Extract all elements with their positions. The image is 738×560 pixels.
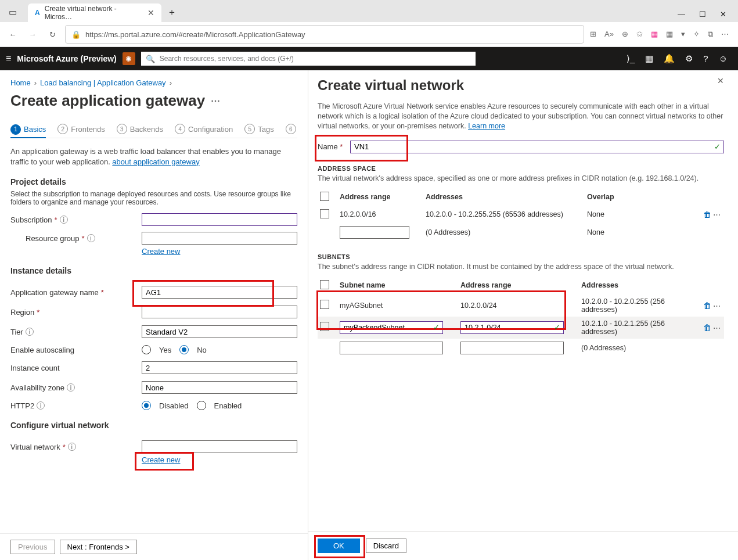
select-all-checkbox[interactable] (320, 280, 329, 289)
new-subnet-range-input[interactable] (460, 342, 564, 354)
step-configuration[interactable]: 4Configuration (175, 124, 233, 134)
window-minimize-icon[interactable]: — (678, 10, 685, 19)
back-button[interactable]: ← (6, 27, 20, 41)
col-subnet-name: Subnet name (337, 277, 458, 295)
cell-subnet-range: 10.2.0.0/24 (458, 295, 579, 317)
step-tags[interactable]: 5Tags (244, 124, 273, 134)
info-icon[interactable]: i (26, 328, 34, 336)
info-icon[interactable]: i (37, 401, 45, 410)
settings-icon[interactable]: ⚙ (685, 53, 693, 64)
step-frontends[interactable]: 2Frontends (57, 124, 105, 134)
info-icon[interactable]: i (68, 443, 76, 451)
extensions-icon[interactable]: ✧ (693, 30, 700, 39)
help-icon[interactable]: ? (703, 53, 708, 64)
row-more-icon[interactable]: ⋯ (713, 324, 722, 332)
info-icon[interactable]: i (87, 234, 95, 242)
step-review[interactable]: 6 (286, 124, 296, 134)
directories-icon[interactable]: ▦ (645, 53, 653, 64)
tier-input[interactable] (142, 325, 297, 338)
row-checkbox[interactable] (320, 300, 329, 309)
subscription-input[interactable] (142, 213, 297, 226)
subnet-range-input[interactable] (460, 321, 564, 334)
cloud-shell-icon[interactable]: ⟩_ (627, 53, 635, 64)
previous-button: Previous (10, 540, 55, 554)
tab-actions-icon[interactable]: ▭ (5, 4, 21, 20)
breadcrumb-home[interactable]: Home (10, 78, 31, 87)
cell-subnet-addresses: (0 Addresses) (579, 339, 690, 357)
browser-tab[interactable]: A Create virtual network - Micros… ✕ (28, 3, 161, 22)
next-button[interactable]: Next : Frontends > (60, 540, 137, 554)
select-all-checkbox[interactable] (320, 192, 329, 201)
url-bar[interactable]: 🔒 https://ms.portal.azure.com/#create/Mi… (65, 25, 584, 44)
step-basics[interactable]: 1Basics (10, 124, 46, 138)
panel-footer: OK Discard (308, 531, 738, 560)
more-actions-icon[interactable]: ⋯ (211, 95, 220, 106)
instance-count-input[interactable] (142, 361, 297, 374)
more-icon[interactable]: ⋯ (721, 30, 729, 39)
subnet-name-input[interactable] (340, 321, 443, 334)
wizard-steps: 1Basics 2Frontends 3Backends 4Configurat… (10, 124, 297, 138)
delete-icon[interactable]: 🗑 (703, 323, 711, 332)
discard-button[interactable]: Discard (366, 539, 406, 553)
new-range-input[interactable] (340, 226, 409, 239)
zoom-icon[interactable]: ⊕ (622, 30, 628, 39)
azure-a-icon: A (35, 9, 40, 17)
ext3-icon[interactable]: ▾ (681, 30, 685, 39)
panel-close-icon[interactable]: ✕ (717, 76, 724, 85)
app-gw-name-input[interactable] (142, 286, 297, 299)
http2-enabled-radio[interactable] (197, 401, 206, 410)
vnet-input[interactable] (142, 440, 297, 453)
delete-icon[interactable]: 🗑 (703, 210, 711, 219)
about-link[interactable]: about application gateway (112, 157, 199, 166)
row-more-icon[interactable]: ⋯ (713, 302, 722, 310)
panel-description: The Microsoft Azure Virtual Network serv… (318, 102, 724, 131)
preview-badge-icon[interactable]: ✺ (123, 52, 135, 65)
azure-search[interactable]: 🔍 (141, 52, 476, 66)
row-checkbox[interactable] (320, 209, 329, 218)
page-title-text: Create application gateway (10, 92, 205, 110)
ext2-icon[interactable]: ▦ (666, 30, 673, 39)
info-icon[interactable]: i (67, 383, 75, 392)
vnet-label: Virtual network * i (10, 443, 142, 451)
table-row: 10.2.0.0/16 10.2.0.0 - 10.2.255.255 (655… (318, 206, 724, 223)
new-subnet-name-input[interactable] (340, 342, 443, 354)
azure-search-input[interactable] (159, 54, 471, 63)
learn-more-link[interactable]: Learn more (468, 122, 505, 130)
availability-zone-input[interactable] (142, 381, 297, 394)
row-more-icon[interactable]: ⋯ (713, 211, 722, 219)
favorites-icon[interactable]: ✩ (636, 30, 643, 39)
info-icon[interactable]: i (60, 216, 68, 224)
app-icon[interactable]: ⊞ (590, 30, 596, 39)
row-checkbox[interactable] (320, 322, 329, 331)
ok-button[interactable]: OK (318, 539, 360, 553)
create-new-vnet-link[interactable]: Create new (142, 455, 180, 464)
window-maximize-icon[interactable]: ☐ (699, 10, 706, 19)
read-aloud-icon[interactable]: A» (604, 30, 614, 39)
region-input[interactable] (142, 306, 297, 318)
delete-icon[interactable]: 🗑 (703, 301, 711, 310)
vnet-name-input[interactable] (350, 141, 724, 153)
http2-disabled-radio[interactable] (142, 401, 151, 410)
site-info-icon[interactable]: 🔒 (71, 30, 81, 39)
resource-group-input[interactable] (142, 232, 297, 245)
notifications-icon[interactable]: 🔔 (664, 53, 675, 64)
autoscale-no-radio[interactable] (179, 345, 189, 354)
table-header-row: Subnet name Address range Addresses (318, 277, 724, 295)
feedback-icon[interactable]: ☺ (719, 53, 728, 64)
autoscale-yes-radio[interactable] (142, 345, 151, 354)
create-new-rg-link[interactable]: Create new (142, 247, 180, 256)
ext1-icon[interactable]: ▦ (651, 30, 658, 39)
valid-check-icon: ✓ (433, 323, 440, 332)
tab-close-icon[interactable]: ✕ (147, 8, 154, 17)
collections-icon[interactable]: ⧉ (708, 30, 713, 39)
new-tab-button[interactable]: ＋ (164, 4, 180, 20)
cell-range: 10.2.0.0/16 (337, 206, 423, 223)
azure-brand[interactable]: Microsoft Azure (Preview) (17, 54, 116, 63)
chevron-right-icon: › (170, 78, 172, 87)
refresh-button[interactable]: ↻ (45, 27, 59, 41)
menu-icon[interactable]: ≡ (6, 53, 11, 64)
window-close-icon[interactable]: ✕ (720, 10, 726, 19)
step-backends[interactable]: 3Backends (117, 124, 163, 134)
configure-vnet-heading: Configure virtual network (10, 421, 297, 430)
breadcrumb-lb[interactable]: Load balancing | Application Gateway (40, 78, 166, 87)
